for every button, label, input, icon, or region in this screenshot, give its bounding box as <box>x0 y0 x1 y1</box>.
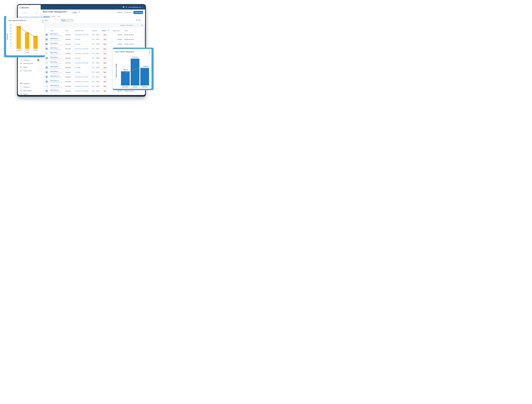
groups-dropdown[interactable]: Groups▾ <box>43 19 59 22</box>
card-menu-kebab-icon[interactable] <box>43 20 43 23</box>
work-order-link[interactable]: Work Order 3 <box>50 43 58 44</box>
jump-to-search[interactable]: ⌘F <box>20 11 38 14</box>
user-email[interactable]: johnsmith@fleetabc.com <box>128 7 141 8</box>
work-order-link[interactable]: Work Order 2 <box>50 38 58 39</box>
column-asset[interactable]: Asset <box>50 30 53 31</box>
work-order-link[interactable]: Work Order 13 <box>50 90 59 91</box>
table-settings-gear-icon[interactable]: ⚙ <box>141 24 143 26</box>
work-order-link[interactable]: Work Order 7 <box>50 61 58 63</box>
work-order-link[interactable]: Work Order 8 <box>50 66 58 67</box>
svg-text:February: February <box>142 86 147 88</box>
fuel-chart-title: Last 3 Months FuelTrend <box>8 20 26 21</box>
sidebar-collapse-button[interactable]: « <box>36 6 39 9</box>
maintenance-type-link[interactable]: Transmission Oil and Filter... <box>75 62 89 64</box>
row-menu-kebab-icon[interactable]: ⋮ <box>141 39 143 40</box>
row-checkbox[interactable] <box>44 81 45 82</box>
severity-badge: High <box>103 85 107 87</box>
sidebar-item-geotab-ace[interactable]: Geotab Ace <box>18 85 41 89</box>
column-source[interactable]: Source <box>65 30 69 31</box>
row-checkbox[interactable] <box>44 62 45 63</box>
column-status[interactable]: Status <box>125 30 128 31</box>
row-checkbox[interactable] <box>44 76 45 78</box>
maintenance-type-link[interactable]: Transmission Oil and Filter... <box>75 34 89 35</box>
maintenance-type-link[interactable]: Oil Change <box>75 67 80 68</box>
sort-icon[interactable] <box>108 29 109 31</box>
column-categories[interactable]: Categories <box>92 30 97 31</box>
row-checkbox[interactable] <box>44 72 45 73</box>
column-severity[interactable]: Severi... <box>102 30 106 31</box>
column-maintenance-type[interactable]: Maintenance type <box>75 30 83 31</box>
bookmark-icon[interactable] <box>78 11 80 13</box>
work-order-link[interactable]: Work Order 6 <box>50 57 58 58</box>
row-checkbox[interactable] <box>44 67 45 68</box>
sidebar-item-marketplace[interactable]: Marketplace <box>18 82 41 85</box>
row-menu-kebab-icon[interactable]: ⋮ <box>141 43 143 45</box>
maintenance-type-link[interactable]: Transmission Oil and Filter... <box>75 76 89 78</box>
truck-icon <box>45 33 48 36</box>
sidebar-item-system[interactable]: System <box>18 93 41 95</box>
source-cell: Scheduled <box>65 90 71 92</box>
sidebar-item-video-recordings[interactable]: Video Recordings <box>18 62 41 65</box>
work-order-link[interactable]: Work Order 4 <box>50 47 58 49</box>
maintenance-type-link[interactable]: Oil Change <box>75 72 80 73</box>
help-icon[interactable]: ? <box>123 6 124 8</box>
add-icon[interactable]: + <box>38 70 39 72</box>
maintenance-type-link[interactable]: Oil Change <box>75 44 80 45</box>
svg-text:8722:23: 8722:23 <box>133 56 138 58</box>
scrollbar-thumb[interactable] <box>144 28 145 46</box>
work-order-link[interactable]: Work Order 11 <box>50 80 59 81</box>
divider <box>74 29 74 31</box>
category-chip: oil ... <box>92 39 95 40</box>
work-order-link[interactable]: Work Order 1 <box>50 33 58 34</box>
category-chip: Trans... <box>95 85 100 87</box>
filters-button[interactable]: Filters <box>136 19 141 21</box>
row-checkbox[interactable] <box>44 58 45 59</box>
sidebar-item-reports[interactable]: Reports+ <box>18 65 41 69</box>
severity-badge: High <box>103 39 107 40</box>
table-row[interactable]: Work Order 3 FBT_2023_END_2023-0... Sche… <box>41 42 145 46</box>
tab-orders[interactable]: Orders <box>51 16 55 17</box>
source-cell: Scheduled <box>65 76 71 78</box>
divider <box>101 29 101 31</box>
assets-dropdown[interactable]: Assets▾ <box>61 19 74 22</box>
next-page-icon[interactable]: › <box>137 24 138 26</box>
maintenance-type-link[interactable]: Transmission Oil and Filter... <box>75 53 89 54</box>
sidebar-item-label: Notifications <box>23 59 30 61</box>
marketplace-icon <box>20 83 22 85</box>
row-menu-kebab-icon[interactable]: ⋮ <box>141 34 143 35</box>
add-icon[interactable]: + <box>38 66 39 68</box>
work-order-link[interactable]: Work Order 5 <box>50 52 58 53</box>
maintenance-type-link[interactable]: Transmission Oil and Filter... <box>75 90 89 92</box>
table-row[interactable]: Work Order 2 FBT_2023_END_2023-0... Sche… <box>41 37 145 42</box>
maintenance-type-link[interactable]: Transmission Oil and Filter... <box>75 81 89 82</box>
maintenance-type-link[interactable]: Transmission Oil and Filter... <box>75 48 89 49</box>
maintenance-type-link[interactable]: Oil Change <box>75 39 80 40</box>
row-checkbox[interactable] <box>44 90 45 91</box>
table-row[interactable]: Work Order 1 JGTest, FBT_2023_END... Sch… <box>41 33 145 37</box>
sidebar-item-help-support[interactable]: ?Help & Support <box>18 89 41 92</box>
search-input[interactable] <box>23 12 35 14</box>
row-checkbox[interactable] <box>44 85 45 87</box>
reports-button[interactable]: Reports ▾ <box>123 11 132 14</box>
work-order-link[interactable]: Work Order 10 <box>50 75 59 77</box>
system-icon <box>20 93 22 95</box>
svg-text:January: January <box>133 86 138 88</box>
row-menu-kebab-icon[interactable]: ⋮ <box>141 90 143 92</box>
maintenance-type-link[interactable]: Transmission Oil and Filter... <box>75 86 89 87</box>
tab-requests[interactable]: Requests <box>44 16 50 17</box>
prev-page-icon[interactable]: ‹ <box>134 24 135 26</box>
sidebar-item-notifications[interactable]: Notifications9 <box>18 59 41 62</box>
schedules-link[interactable]: Schedules <box>117 12 122 13</box>
sidebar-item-groups-rules[interactable]: Groups & Rules+ <box>18 69 41 72</box>
tab-jobs[interactable]: Jobs <box>57 16 60 17</box>
maintenance-type-link[interactable]: Oil Change <box>75 58 80 59</box>
column-triggered-date[interactable]: Triggered date <box>112 30 120 31</box>
select-menu-caret-icon[interactable]: ˇ <box>46 30 46 31</box>
work-request-button[interactable]: + Work request <box>133 11 143 14</box>
user-icon[interactable] <box>126 6 127 8</box>
work-order-link[interactable]: Work Order 12 <box>50 85 59 86</box>
work-order-link[interactable]: Work Order 9 <box>50 71 58 72</box>
asset-subtitle: FBT_2023_END_2023-0... <box>50 91 62 92</box>
user-menu-caret-icon[interactable]: ▾ <box>142 7 143 8</box>
fuel-card-accent <box>4 16 6 57</box>
